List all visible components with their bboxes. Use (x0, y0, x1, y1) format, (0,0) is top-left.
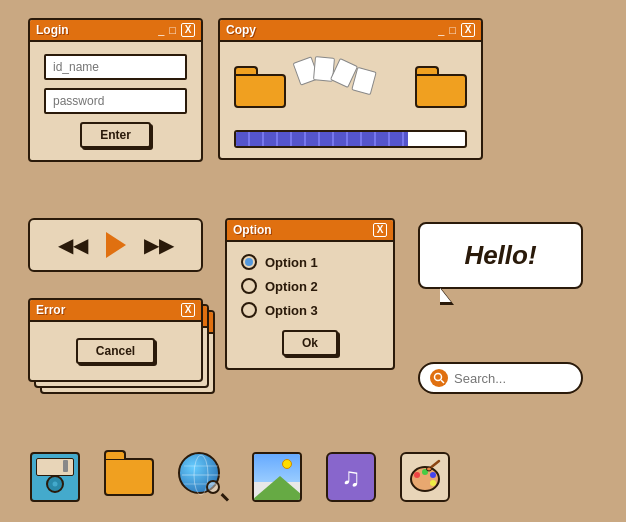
radio-item-1[interactable]: Option 1 (241, 254, 379, 270)
progress-bar (234, 130, 467, 148)
folder-main (104, 458, 154, 496)
speech-bubble: Hello! (418, 222, 583, 289)
svg-point-10 (430, 480, 436, 486)
magnifier-circle (206, 480, 220, 494)
option-body: Option 1 Option 2 Option 3 Ok (227, 242, 393, 368)
option-titlebar: Option X (227, 220, 393, 242)
radio-group: Option 1 Option 2 Option 3 (241, 254, 379, 318)
login-titlebar: Login _ □ X (30, 20, 201, 42)
error-titlebar: Error X (30, 300, 201, 322)
radio-circle-1[interactable] (241, 254, 257, 270)
palette-body (400, 452, 450, 502)
svg-point-9 (430, 472, 436, 478)
media-player: ◀◀ ▶▶ (28, 218, 203, 272)
media-body: ◀◀ ▶▶ (30, 220, 201, 270)
play-button[interactable] (106, 232, 126, 258)
radio-label-2: Option 2 (265, 279, 318, 294)
progress-fill (236, 132, 408, 146)
magnifier-handle (221, 493, 229, 501)
music-note: ♫ (341, 462, 361, 493)
palette-svg (407, 459, 443, 495)
option-footer: Ok (241, 330, 379, 356)
svg-line-1 (441, 380, 444, 383)
img-mountain (252, 476, 302, 500)
folder-icon[interactable] (102, 450, 156, 504)
option-title: Option (233, 223, 272, 237)
password-input[interactable] (44, 88, 187, 114)
login-close[interactable]: X (181, 23, 195, 37)
image-icon[interactable] (250, 450, 304, 504)
login-title: Login (36, 23, 69, 37)
error-close[interactable]: X (181, 303, 195, 317)
floppy-icon[interactable] (28, 450, 82, 504)
img-sun (282, 459, 292, 469)
flying-papers (286, 57, 415, 117)
search-icon (430, 369, 448, 387)
radio-circle-3[interactable] (241, 302, 257, 318)
ok-button[interactable]: Ok (282, 330, 338, 356)
folder-tab (104, 450, 126, 459)
login-maximize[interactable]: □ (169, 24, 176, 36)
music-icon[interactable]: ♫ (324, 450, 378, 504)
error-window: Error X Cancel (28, 298, 203, 382)
copy-close[interactable]: X (461, 23, 475, 37)
rewind-button[interactable]: ◀◀ (58, 233, 88, 257)
copy-window: Copy _ □ X (218, 18, 483, 160)
copy-title: Copy (226, 23, 256, 37)
search-body (418, 362, 583, 394)
paper-4 (351, 67, 377, 95)
cancel-button[interactable]: Cancel (76, 338, 155, 364)
id-input[interactable] (44, 54, 187, 80)
option-dialog: Option X Option 1 Option 2 Option 3 Ok (225, 218, 395, 370)
floppy-label (36, 458, 74, 476)
globe-icon[interactable] (176, 450, 230, 504)
copy-controls: _ □ X (438, 23, 475, 37)
copy-body (220, 42, 481, 158)
floppy-circle (46, 475, 64, 493)
svg-point-12 (427, 467, 432, 471)
floppy-body (30, 452, 80, 502)
radio-item-3[interactable]: Option 3 (241, 302, 379, 318)
search-input[interactable] (454, 371, 571, 386)
enter-button[interactable]: Enter (80, 122, 151, 148)
login-window: Login _ □ X Enter (28, 18, 203, 162)
dest-folder (415, 66, 467, 108)
login-minimize[interactable]: _ (158, 24, 164, 36)
radio-item-2[interactable]: Option 2 (241, 278, 379, 294)
login-body: Enter (30, 42, 201, 160)
search-bar (418, 362, 583, 394)
radio-circle-2[interactable] (241, 278, 257, 294)
radio-label-1: Option 1 (265, 255, 318, 270)
copy-animation (234, 52, 467, 122)
folder-body (104, 458, 154, 496)
error-title: Error (36, 303, 65, 317)
icons-row: ♫ (28, 450, 452, 504)
magnifier (206, 480, 228, 502)
image-body (252, 452, 302, 502)
music-body: ♫ (326, 452, 376, 502)
copy-titlebar: Copy _ □ X (220, 20, 481, 42)
svg-point-7 (414, 472, 420, 478)
globe-wrap (178, 452, 228, 502)
option-close[interactable]: X (373, 223, 387, 237)
search-svg (433, 372, 445, 384)
login-controls: _ □ X (158, 23, 195, 37)
svg-point-0 (435, 374, 442, 381)
error-body: Cancel (30, 322, 201, 380)
radio-label-3: Option 3 (265, 303, 318, 318)
source-folder (234, 66, 286, 108)
speech-text: Hello! (464, 240, 536, 270)
copy-minimize[interactable]: _ (438, 24, 444, 36)
speech-bubble-container: Hello! (418, 222, 583, 289)
palette-icon[interactable] (398, 450, 452, 504)
fastforward-button[interactable]: ▶▶ (144, 233, 174, 257)
floppy-slot (63, 460, 68, 472)
copy-maximize[interactable]: □ (449, 24, 456, 36)
